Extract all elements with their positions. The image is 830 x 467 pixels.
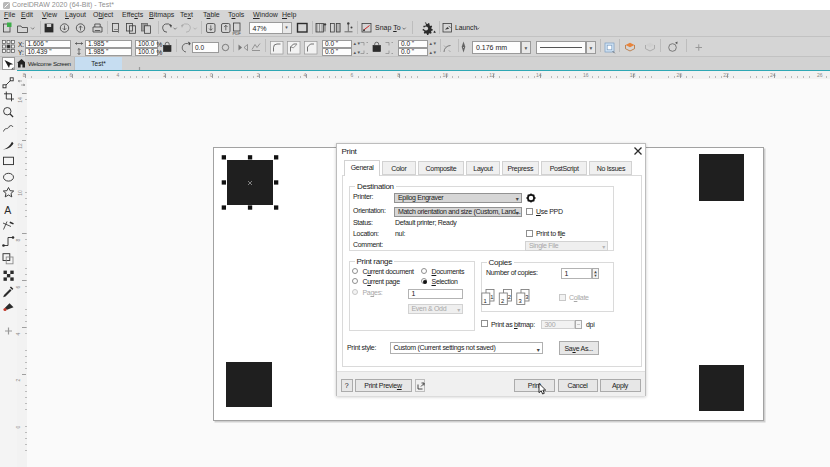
svg-text:1: 1 [490, 294, 493, 300]
svg-text:PDF: PDF [233, 31, 242, 36]
svg-text:3: 3 [525, 294, 528, 300]
svg-text:Launch: Launch [455, 24, 478, 31]
svg-text:3: 3 [519, 297, 522, 303]
svg-text:A: A [4, 204, 11, 216]
svg-text:2: 2 [501, 297, 504, 303]
svg-text:2: 2 [508, 294, 511, 300]
svg-text:1: 1 [484, 297, 487, 303]
